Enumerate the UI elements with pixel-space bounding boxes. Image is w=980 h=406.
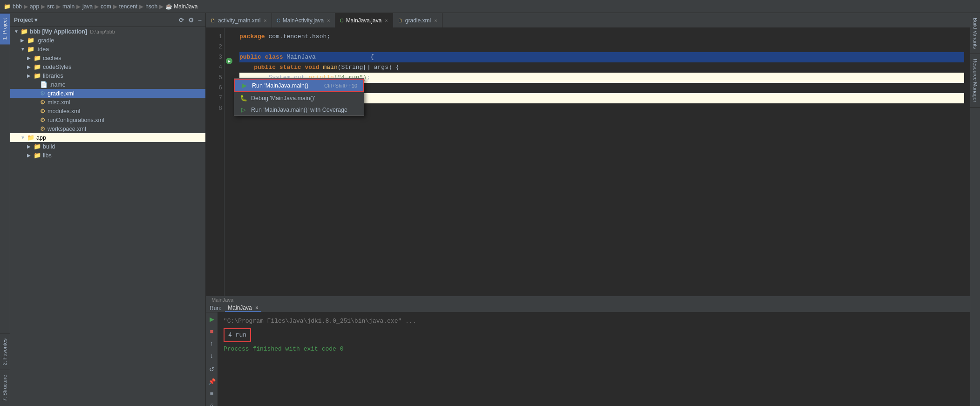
bc-bbb[interactable]: bbb xyxy=(13,3,22,10)
bottom-tabs-bar: Run: MainJava × xyxy=(206,304,970,312)
bc-tencent[interactable]: tencent xyxy=(119,3,137,10)
run-exit-line: Process finished with exit code 0 xyxy=(224,344,964,354)
tab-close-mainactivity[interactable]: × xyxy=(327,18,330,23)
project-panel: Project ▾ ⟳ ⚙ − ▼ 📁 bbb [My Application]… xyxy=(10,13,206,406)
run-tab-mainjava[interactable]: MainJava × xyxy=(225,304,261,312)
file-tree: ▼ 📁 bbb [My Application] D:\tmp\bbb ▶ 📁 … xyxy=(10,27,205,406)
tree-item-gradle-xml[interactable]: ▶ ⚙ gradle.xml xyxy=(10,89,205,98)
settings-icon[interactable]: ⚙ xyxy=(188,16,194,24)
tree-item-caches[interactable]: ▶ 📁 caches xyxy=(10,54,205,62)
coverage-icon: ▷ xyxy=(240,106,247,113)
run-output: "C:\Program Files\Java\jdk1.8.0_251\bin\… xyxy=(218,312,970,406)
sidebar-tab-project[interactable]: 1: Project xyxy=(0,13,10,44)
editor-status: MainJava xyxy=(206,296,970,304)
bc-com[interactable]: com xyxy=(101,3,111,10)
settings-run-button[interactable]: ≡ xyxy=(207,389,217,398)
tab-icon-gradle: 🗋 xyxy=(398,18,403,23)
tree-item-idea[interactable]: ▼ 📁 .idea xyxy=(10,45,205,54)
bc-src[interactable]: src xyxy=(47,3,54,10)
line-numbers: 1 2 3 4 5 6 7 8 xyxy=(206,28,225,296)
run-button[interactable]: ▶ xyxy=(207,314,217,324)
code-line-4: public static void main(String[] args) { xyxy=(239,62,964,73)
code-line-1: package com.tencent.hsoh; xyxy=(239,32,964,42)
bottom-content: ▶ ■ ↑ ↓ ↺ 📌 ≡ 🖨 🗑 "C:\Program Files\Java… xyxy=(206,312,970,406)
stop-button[interactable]: ■ xyxy=(207,326,217,336)
tab-close-mainjava[interactable]: × xyxy=(385,18,388,23)
tree-item-codeStyles[interactable]: ▶ 📁 codeStyles xyxy=(10,62,205,71)
tree-item-dotname[interactable]: ▶ 📄 .name xyxy=(10,80,205,89)
menu-item-run[interactable]: ▶ Run 'MainJava.main()' Ctrl+Shift+F10 xyxy=(234,79,364,92)
scroll-down-button[interactable]: ↓ xyxy=(207,351,217,360)
tab-activity-main-xml[interactable]: 🗋 activity_main.xml × xyxy=(206,13,272,28)
tab-icon-mainjava: C xyxy=(340,18,344,23)
right-tab-build-variants[interactable]: Build Variants xyxy=(970,13,980,54)
bc-app[interactable]: app xyxy=(30,3,39,10)
sidebar-tab-structure[interactable]: 7: Structure xyxy=(0,370,10,406)
tree-item-bbb[interactable]: ▼ 📁 bbb [My Application] D:\tmp\bbb xyxy=(10,27,205,36)
bc-hsoh[interactable]: hsoh xyxy=(145,3,157,10)
sidebar-tab-favorites[interactable]: 2: Favorites xyxy=(0,333,10,370)
editor-tabs-bar: 🗋 activity_main.xml × C MainActivity.jav… xyxy=(206,13,970,28)
tab-icon-xml: 🗋 xyxy=(211,18,216,23)
gutter-area: ▶ xyxy=(225,28,234,296)
run-tab-close[interactable]: × xyxy=(255,304,259,311)
rerun-button[interactable]: ↺ xyxy=(207,365,217,374)
bc-main[interactable]: main xyxy=(62,3,75,10)
run-cmd-line: "C:\Program Files\Java\jdk1.8.0_251\bin\… xyxy=(224,316,964,326)
right-tab-resource-manager[interactable]: Resource Manager xyxy=(970,54,980,108)
right-tabs: Build Variants Resource Manager xyxy=(970,13,980,406)
tree-item-workspace-xml[interactable]: ▶ ⚙ workspace.xml xyxy=(10,124,205,133)
editor-area: 🗋 activity_main.xml × C MainActivity.jav… xyxy=(206,13,970,304)
scroll-up-button[interactable]: ↑ xyxy=(207,338,217,348)
bc-mainjava: ☕MainJava xyxy=(165,3,197,10)
bottom-panel: Run: MainJava × ▶ ■ ↑ ↓ ↺ 📌 ≡ 🖨 🗑 xyxy=(206,304,970,406)
tree-item-misc-xml[interactable]: ▶ ⚙ misc.xml xyxy=(10,98,205,107)
tree-item-build[interactable]: ▶ 📁 build xyxy=(10,142,205,151)
tree-item-modules-xml[interactable]: ▶ ⚙ modules.xml xyxy=(10,107,205,115)
run-tools: ▶ ■ ↑ ↓ ↺ 📌 ≡ 🖨 🗑 xyxy=(206,312,218,406)
tree-item-runconfigurations-xml[interactable]: ▶ ⚙ runConfigurations.xml xyxy=(10,115,205,124)
menu-item-run-coverage[interactable]: ▷ Run 'MainJava.main()' with Coverage xyxy=(234,104,364,115)
panel-title: Project ▾ xyxy=(14,17,37,23)
breadcrumb: 📁 bbb ▶ app ▶ src ▶ main ▶ java ▶ com ▶ … xyxy=(0,0,980,13)
sync-icon[interactable]: ⟳ xyxy=(179,16,184,24)
print-button[interactable]: 🖨 xyxy=(207,401,217,406)
tab-close-gradle[interactable]: × xyxy=(434,18,437,23)
tab-mainactivity-java[interactable]: C MainActivity.java × xyxy=(272,13,335,28)
bc-java[interactable]: java xyxy=(82,3,93,10)
tab-mainjava-java[interactable]: C MainJava.java × xyxy=(335,13,393,28)
menu-item-debug[interactable]: 🐛 Debug 'MainJava.main()' xyxy=(234,92,364,104)
run-marker[interactable]: ▶ xyxy=(226,58,232,64)
code-editor[interactable]: 1 2 3 4 5 6 7 8 ▶ xyxy=(206,28,970,296)
tab-icon-java: C xyxy=(277,18,280,23)
code-line-3: public class MainJava { xyxy=(239,52,964,62)
run-result-line: 4 run xyxy=(224,326,964,344)
tab-gradle-xml[interactable]: 🗋 gradle.xml × xyxy=(393,13,442,28)
tree-item-app[interactable]: ▼ 📁 app xyxy=(10,133,205,142)
code-line-2 xyxy=(239,42,964,52)
run-icon: ▶ xyxy=(241,82,248,89)
debug-icon: 🐛 xyxy=(240,95,247,102)
tab-close-xml[interactable]: × xyxy=(264,18,266,23)
tree-item-libs[interactable]: ▶ 📁 libs xyxy=(10,151,205,160)
panel-header: Project ▾ ⟳ ⚙ − xyxy=(10,13,205,27)
code-content[interactable]: package com.tencent.hsoh; public class M… xyxy=(234,28,970,296)
tree-item-gradle[interactable]: ▶ 📁 .gradle xyxy=(10,36,205,45)
context-menu: ▶ Run 'MainJava.main()' Ctrl+Shift+F10 🐛… xyxy=(234,78,364,116)
breadcrumb-icon: 📁 xyxy=(4,3,11,10)
minimize-icon[interactable]: − xyxy=(198,16,202,24)
pin-button[interactable]: 📌 xyxy=(207,377,217,386)
tree-item-libraries[interactable]: ▶ 📁 libraries xyxy=(10,71,205,80)
